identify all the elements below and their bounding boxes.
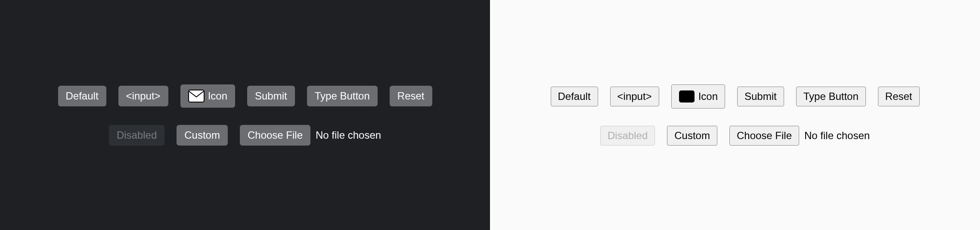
type-button[interactable]: Type Button bbox=[796, 87, 866, 106]
input-button[interactable]: <input> bbox=[118, 86, 168, 106]
dark-theme-panel: Default <input> Icon Submit Type Button … bbox=[0, 0, 490, 230]
choose-file-button[interactable]: Choose File bbox=[729, 126, 799, 146]
submit-button[interactable]: Submit bbox=[737, 87, 784, 106]
icon-button[interactable]: Icon bbox=[671, 84, 725, 109]
icon-button-label: Icon bbox=[208, 90, 227, 102]
file-input-group: Choose File No file chosen bbox=[729, 126, 870, 146]
mail-icon bbox=[188, 90, 205, 103]
svg-rect-1 bbox=[679, 90, 695, 103]
choose-file-button[interactable]: Choose File bbox=[240, 125, 310, 146]
custom-button[interactable]: Custom bbox=[667, 126, 717, 146]
solid-rect-icon bbox=[679, 90, 695, 103]
disabled-button: Disabled bbox=[109, 125, 164, 146]
button-row-2: Disabled Custom Choose File No file chos… bbox=[109, 125, 381, 146]
type-button[interactable]: Type Button bbox=[307, 86, 378, 106]
reset-button[interactable]: Reset bbox=[390, 86, 432, 106]
light-theme-panel: Default <input> Icon Submit Type Button … bbox=[490, 0, 980, 230]
file-status-text: No file chosen bbox=[804, 130, 870, 142]
button-row-1: Default <input> Icon Submit Type Button … bbox=[58, 84, 432, 108]
button-row-1: Default <input> Icon Submit Type Button … bbox=[551, 84, 920, 109]
button-row-2: Disabled Custom Choose File No file chos… bbox=[600, 126, 870, 146]
default-button[interactable]: Default bbox=[551, 87, 598, 106]
icon-button[interactable]: Icon bbox=[180, 84, 235, 108]
svg-rect-0 bbox=[189, 90, 204, 102]
submit-button[interactable]: Submit bbox=[247, 86, 295, 106]
input-button[interactable]: <input> bbox=[610, 87, 659, 106]
reset-button[interactable]: Reset bbox=[878, 87, 920, 106]
disabled-button: Disabled bbox=[600, 126, 655, 146]
icon-button-label: Icon bbox=[698, 90, 718, 103]
file-status-text: No file chosen bbox=[316, 129, 381, 141]
custom-button[interactable]: Custom bbox=[177, 125, 228, 146]
default-button[interactable]: Default bbox=[58, 86, 106, 106]
file-input-group: Choose File No file chosen bbox=[240, 125, 381, 146]
